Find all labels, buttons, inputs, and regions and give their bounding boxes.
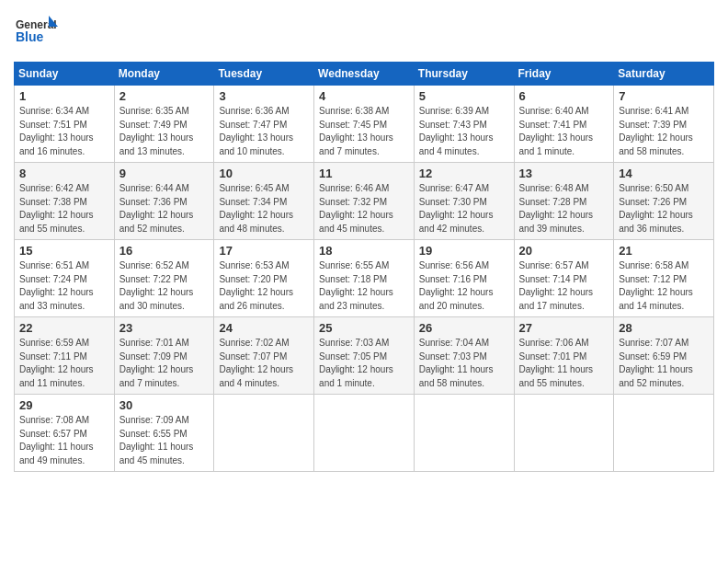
calendar-cell: 30Sunrise: 7:09 AM Sunset: 6:55 PM Dayli… — [114, 395, 214, 472]
weekday-friday: Friday — [514, 63, 614, 86]
day-info: Sunrise: 6:44 AM Sunset: 7:36 PM Dayligh… — [119, 182, 210, 236]
weekday-tuesday: Tuesday — [214, 63, 314, 86]
day-info: Sunrise: 6:59 AM Sunset: 7:11 PM Dayligh… — [19, 337, 109, 390]
calendar-cell: 4Sunrise: 6:38 AM Sunset: 7:45 PM Daylig… — [314, 86, 415, 163]
day-info: Sunrise: 7:02 AM Sunset: 7:07 PM Dayligh… — [219, 337, 309, 390]
day-info: Sunrise: 6:36 AM Sunset: 7:47 PM Dayligh… — [219, 105, 309, 158]
weekday-sunday: Sunday — [15, 63, 115, 86]
calendar-cell: 11Sunrise: 6:46 AM Sunset: 7:32 PM Dayli… — [314, 163, 415, 240]
day-number: 20 — [519, 244, 609, 258]
calendar-body: 1Sunrise: 6:34 AM Sunset: 7:51 PM Daylig… — [15, 86, 714, 472]
day-number: 14 — [619, 167, 709, 180]
calendar-cell: 7Sunrise: 6:41 AM Sunset: 7:39 PM Daylig… — [614, 86, 714, 163]
day-number: 9 — [119, 167, 210, 180]
calendar-cell: 2Sunrise: 6:35 AM Sunset: 7:49 PM Daylig… — [114, 86, 214, 163]
day-info: Sunrise: 6:42 AM Sunset: 7:38 PM Dayligh… — [19, 182, 109, 236]
day-number: 28 — [619, 321, 709, 335]
calendar-cell: 24Sunrise: 7:02 AM Sunset: 7:07 PM Dayli… — [214, 317, 314, 395]
week-row-5: 29Sunrise: 7:08 AM Sunset: 6:57 PM Dayli… — [15, 395, 714, 472]
weekday-monday: Monday — [114, 63, 214, 86]
day-number: 29 — [19, 398, 109, 412]
day-number: 22 — [19, 321, 109, 335]
day-number: 24 — [219, 321, 309, 335]
day-info: Sunrise: 6:35 AM Sunset: 7:49 PM Dayligh… — [119, 105, 210, 158]
calendar-cell: 19Sunrise: 6:56 AM Sunset: 7:16 PM Dayli… — [414, 240, 514, 317]
day-number: 2 — [119, 89, 210, 103]
day-info: Sunrise: 7:09 AM Sunset: 6:55 PM Dayligh… — [119, 414, 210, 467]
calendar-cell: 29Sunrise: 7:08 AM Sunset: 6:57 PM Dayli… — [15, 395, 115, 472]
day-number: 10 — [219, 167, 309, 180]
day-number: 25 — [319, 321, 409, 335]
week-row-2: 8Sunrise: 6:42 AM Sunset: 7:38 PM Daylig… — [15, 163, 714, 240]
day-number: 1 — [19, 89, 109, 103]
calendar-cell: 3Sunrise: 6:36 AM Sunset: 7:47 PM Daylig… — [214, 86, 314, 163]
day-info: Sunrise: 6:45 AM Sunset: 7:34 PM Dayligh… — [219, 182, 309, 236]
day-info: Sunrise: 7:03 AM Sunset: 7:05 PM Dayligh… — [319, 337, 409, 390]
day-number: 27 — [519, 321, 609, 335]
calendar-cell: 12Sunrise: 6:47 AM Sunset: 7:30 PM Dayli… — [414, 163, 514, 240]
day-number: 6 — [519, 89, 609, 103]
day-info: Sunrise: 6:46 AM Sunset: 7:32 PM Dayligh… — [319, 182, 409, 236]
day-number: 21 — [619, 244, 709, 258]
weekday-thursday: Thursday — [414, 63, 514, 86]
day-info: Sunrise: 7:01 AM Sunset: 7:09 PM Dayligh… — [119, 337, 210, 390]
header: General Blue — [14, 14, 714, 52]
week-row-1: 1Sunrise: 6:34 AM Sunset: 7:51 PM Daylig… — [15, 86, 714, 163]
day-info: Sunrise: 6:57 AM Sunset: 7:14 PM Dayligh… — [519, 259, 609, 313]
day-number: 12 — [419, 167, 509, 180]
calendar-cell: 9Sunrise: 6:44 AM Sunset: 7:36 PM Daylig… — [114, 163, 214, 240]
day-number: 4 — [319, 89, 409, 103]
weekday-wednesday: Wednesday — [314, 63, 415, 86]
day-info: Sunrise: 7:06 AM Sunset: 7:01 PM Dayligh… — [519, 337, 609, 390]
calendar-cell: 1Sunrise: 6:34 AM Sunset: 7:51 PM Daylig… — [15, 86, 115, 163]
day-info: Sunrise: 6:58 AM Sunset: 7:12 PM Dayligh… — [619, 259, 709, 313]
calendar-cell: 28Sunrise: 7:07 AM Sunset: 6:59 PM Dayli… — [614, 317, 714, 395]
day-info: Sunrise: 6:39 AM Sunset: 7:43 PM Dayligh… — [419, 105, 509, 158]
day-info: Sunrise: 6:56 AM Sunset: 7:16 PM Dayligh… — [419, 259, 509, 313]
day-number: 18 — [319, 244, 409, 258]
day-info: Sunrise: 6:41 AM Sunset: 7:39 PM Dayligh… — [619, 105, 709, 158]
weekday-header-row: SundayMondayTuesdayWednesdayThursdayFrid… — [15, 63, 714, 86]
day-info: Sunrise: 6:38 AM Sunset: 7:45 PM Dayligh… — [319, 105, 409, 158]
day-number: 15 — [19, 244, 109, 258]
logo: General Blue — [14, 14, 60, 52]
day-info: Sunrise: 7:04 AM Sunset: 7:03 PM Dayligh… — [419, 337, 509, 390]
calendar-cell: 15Sunrise: 6:51 AM Sunset: 7:24 PM Dayli… — [15, 240, 115, 317]
calendar-cell — [214, 395, 314, 472]
day-number: 11 — [319, 167, 409, 180]
calendar-cell: 25Sunrise: 7:03 AM Sunset: 7:05 PM Dayli… — [314, 317, 415, 395]
calendar-table: SundayMondayTuesdayWednesdayThursdayFrid… — [14, 62, 714, 472]
day-number: 7 — [619, 89, 709, 103]
day-info: Sunrise: 6:51 AM Sunset: 7:24 PM Dayligh… — [19, 259, 109, 313]
day-info: Sunrise: 6:52 AM Sunset: 7:22 PM Dayligh… — [119, 259, 210, 313]
calendar-cell: 10Sunrise: 6:45 AM Sunset: 7:34 PM Dayli… — [214, 163, 314, 240]
logo-svg: General Blue — [14, 14, 60, 52]
day-number: 8 — [19, 167, 109, 180]
calendar-cell: 21Sunrise: 6:58 AM Sunset: 7:12 PM Dayli… — [614, 240, 714, 317]
day-number: 19 — [419, 244, 509, 258]
day-info: Sunrise: 6:40 AM Sunset: 7:41 PM Dayligh… — [519, 105, 609, 158]
calendar-cell: 17Sunrise: 6:53 AM Sunset: 7:20 PM Dayli… — [214, 240, 314, 317]
day-number: 16 — [119, 244, 210, 258]
week-row-4: 22Sunrise: 6:59 AM Sunset: 7:11 PM Dayli… — [15, 317, 714, 395]
calendar-cell: 18Sunrise: 6:55 AM Sunset: 7:18 PM Dayli… — [314, 240, 415, 317]
calendar-cell — [514, 395, 614, 472]
day-number: 30 — [119, 398, 210, 412]
calendar-cell: 8Sunrise: 6:42 AM Sunset: 7:38 PM Daylig… — [15, 163, 115, 240]
calendar-cell: 13Sunrise: 6:48 AM Sunset: 7:28 PM Dayli… — [514, 163, 614, 240]
calendar-cell: 26Sunrise: 7:04 AM Sunset: 7:03 PM Dayli… — [414, 317, 514, 395]
calendar-cell: 16Sunrise: 6:52 AM Sunset: 7:22 PM Dayli… — [114, 240, 214, 317]
day-number: 5 — [419, 89, 509, 103]
day-info: Sunrise: 6:50 AM Sunset: 7:26 PM Dayligh… — [619, 182, 709, 236]
day-info: Sunrise: 7:08 AM Sunset: 6:57 PM Dayligh… — [19, 414, 109, 467]
day-info: Sunrise: 7:07 AM Sunset: 6:59 PM Dayligh… — [619, 337, 709, 390]
week-row-3: 15Sunrise: 6:51 AM Sunset: 7:24 PM Dayli… — [15, 240, 714, 317]
calendar-cell — [614, 395, 714, 472]
calendar-cell: 23Sunrise: 7:01 AM Sunset: 7:09 PM Dayli… — [114, 317, 214, 395]
calendar-cell — [314, 395, 415, 472]
day-info: Sunrise: 6:34 AM Sunset: 7:51 PM Dayligh… — [19, 105, 109, 158]
day-info: Sunrise: 6:53 AM Sunset: 7:20 PM Dayligh… — [219, 259, 309, 313]
calendar-cell: 20Sunrise: 6:57 AM Sunset: 7:14 PM Dayli… — [514, 240, 614, 317]
day-number: 3 — [219, 89, 309, 103]
day-number: 13 — [519, 167, 609, 180]
